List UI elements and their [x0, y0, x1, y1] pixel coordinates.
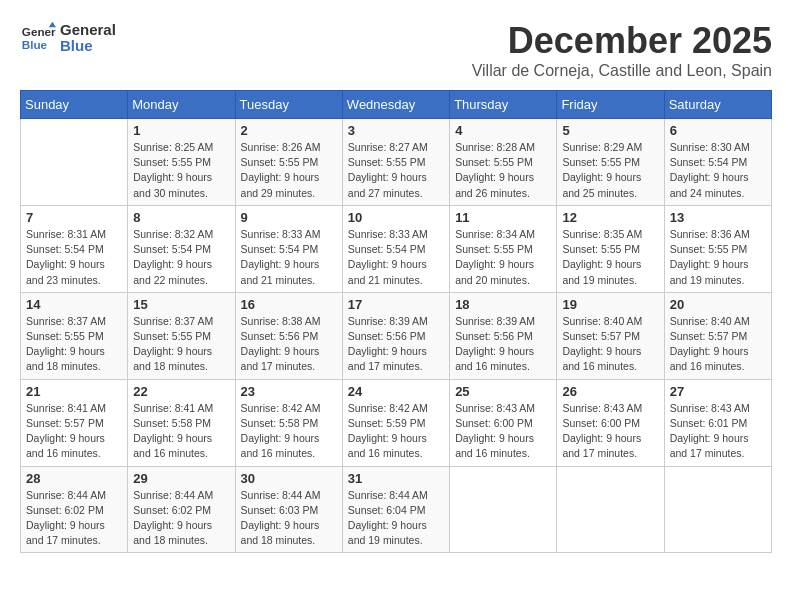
calendar-cell: 27Sunrise: 8:43 AM Sunset: 6:01 PM Dayli… [664, 379, 771, 466]
day-info: Sunrise: 8:44 AM Sunset: 6:02 PM Dayligh… [133, 488, 229, 549]
day-info: Sunrise: 8:31 AM Sunset: 5:54 PM Dayligh… [26, 227, 122, 288]
day-info: Sunrise: 8:43 AM Sunset: 6:00 PM Dayligh… [562, 401, 658, 462]
day-number: 16 [241, 297, 337, 312]
calendar-cell: 13Sunrise: 8:36 AM Sunset: 5:55 PM Dayli… [664, 205, 771, 292]
day-number: 22 [133, 384, 229, 399]
day-info: Sunrise: 8:40 AM Sunset: 5:57 PM Dayligh… [562, 314, 658, 375]
calendar-cell: 5Sunrise: 8:29 AM Sunset: 5:55 PM Daylig… [557, 119, 664, 206]
day-info: Sunrise: 8:33 AM Sunset: 5:54 PM Dayligh… [241, 227, 337, 288]
calendar-cell: 6Sunrise: 8:30 AM Sunset: 5:54 PM Daylig… [664, 119, 771, 206]
day-info: Sunrise: 8:36 AM Sunset: 5:55 PM Dayligh… [670, 227, 766, 288]
day-number: 31 [348, 471, 444, 486]
calendar-cell: 18Sunrise: 8:39 AM Sunset: 5:56 PM Dayli… [450, 292, 557, 379]
day-info: Sunrise: 8:25 AM Sunset: 5:55 PM Dayligh… [133, 140, 229, 201]
calendar-week-row: 1Sunrise: 8:25 AM Sunset: 5:55 PM Daylig… [21, 119, 772, 206]
weekday-header: Thursday [450, 91, 557, 119]
day-number: 24 [348, 384, 444, 399]
weekday-header: Tuesday [235, 91, 342, 119]
calendar-cell: 28Sunrise: 8:44 AM Sunset: 6:02 PM Dayli… [21, 466, 128, 553]
calendar-cell [557, 466, 664, 553]
calendar-cell: 23Sunrise: 8:42 AM Sunset: 5:58 PM Dayli… [235, 379, 342, 466]
logo-line1: General [60, 22, 116, 39]
day-number: 15 [133, 297, 229, 312]
calendar-week-row: 14Sunrise: 8:37 AM Sunset: 5:55 PM Dayli… [21, 292, 772, 379]
day-info: Sunrise: 8:43 AM Sunset: 6:00 PM Dayligh… [455, 401, 551, 462]
calendar-cell: 19Sunrise: 8:40 AM Sunset: 5:57 PM Dayli… [557, 292, 664, 379]
calendar-table: SundayMondayTuesdayWednesdayThursdayFrid… [20, 90, 772, 553]
day-info: Sunrise: 8:28 AM Sunset: 5:55 PM Dayligh… [455, 140, 551, 201]
calendar-cell: 3Sunrise: 8:27 AM Sunset: 5:55 PM Daylig… [342, 119, 449, 206]
day-info: Sunrise: 8:41 AM Sunset: 5:58 PM Dayligh… [133, 401, 229, 462]
day-info: Sunrise: 8:37 AM Sunset: 5:55 PM Dayligh… [133, 314, 229, 375]
day-info: Sunrise: 8:44 AM Sunset: 6:04 PM Dayligh… [348, 488, 444, 549]
day-number: 12 [562, 210, 658, 225]
day-number: 21 [26, 384, 122, 399]
day-info: Sunrise: 8:27 AM Sunset: 5:55 PM Dayligh… [348, 140, 444, 201]
weekday-header: Monday [128, 91, 235, 119]
day-number: 13 [670, 210, 766, 225]
calendar-cell: 11Sunrise: 8:34 AM Sunset: 5:55 PM Dayli… [450, 205, 557, 292]
calendar-cell: 7Sunrise: 8:31 AM Sunset: 5:54 PM Daylig… [21, 205, 128, 292]
calendar-cell: 8Sunrise: 8:32 AM Sunset: 5:54 PM Daylig… [128, 205, 235, 292]
location-title: Villar de Corneja, Castille and Leon, Sp… [472, 62, 772, 80]
calendar-cell: 26Sunrise: 8:43 AM Sunset: 6:00 PM Dayli… [557, 379, 664, 466]
calendar-cell: 25Sunrise: 8:43 AM Sunset: 6:00 PM Dayli… [450, 379, 557, 466]
day-number: 30 [241, 471, 337, 486]
page-header: General Blue General Blue December 2025 … [20, 20, 772, 80]
day-info: Sunrise: 8:32 AM Sunset: 5:54 PM Dayligh… [133, 227, 229, 288]
day-number: 19 [562, 297, 658, 312]
weekday-header: Friday [557, 91, 664, 119]
day-info: Sunrise: 8:44 AM Sunset: 6:03 PM Dayligh… [241, 488, 337, 549]
logo-line2: Blue [60, 38, 116, 55]
calendar-cell: 24Sunrise: 8:42 AM Sunset: 5:59 PM Dayli… [342, 379, 449, 466]
calendar-cell: 1Sunrise: 8:25 AM Sunset: 5:55 PM Daylig… [128, 119, 235, 206]
day-number: 27 [670, 384, 766, 399]
calendar-cell: 21Sunrise: 8:41 AM Sunset: 5:57 PM Dayli… [21, 379, 128, 466]
calendar-cell: 4Sunrise: 8:28 AM Sunset: 5:55 PM Daylig… [450, 119, 557, 206]
day-number: 7 [26, 210, 122, 225]
day-info: Sunrise: 8:37 AM Sunset: 5:55 PM Dayligh… [26, 314, 122, 375]
day-info: Sunrise: 8:38 AM Sunset: 5:56 PM Dayligh… [241, 314, 337, 375]
day-info: Sunrise: 8:39 AM Sunset: 5:56 PM Dayligh… [348, 314, 444, 375]
day-info: Sunrise: 8:33 AM Sunset: 5:54 PM Dayligh… [348, 227, 444, 288]
day-number: 23 [241, 384, 337, 399]
day-number: 5 [562, 123, 658, 138]
calendar-cell: 30Sunrise: 8:44 AM Sunset: 6:03 PM Dayli… [235, 466, 342, 553]
calendar-cell: 12Sunrise: 8:35 AM Sunset: 5:55 PM Dayli… [557, 205, 664, 292]
day-info: Sunrise: 8:42 AM Sunset: 5:58 PM Dayligh… [241, 401, 337, 462]
day-number: 8 [133, 210, 229, 225]
weekday-header: Wednesday [342, 91, 449, 119]
day-info: Sunrise: 8:34 AM Sunset: 5:55 PM Dayligh… [455, 227, 551, 288]
day-info: Sunrise: 8:42 AM Sunset: 5:59 PM Dayligh… [348, 401, 444, 462]
calendar-cell: 16Sunrise: 8:38 AM Sunset: 5:56 PM Dayli… [235, 292, 342, 379]
day-number: 28 [26, 471, 122, 486]
day-number: 26 [562, 384, 658, 399]
calendar-week-row: 28Sunrise: 8:44 AM Sunset: 6:02 PM Dayli… [21, 466, 772, 553]
day-number: 3 [348, 123, 444, 138]
day-number: 29 [133, 471, 229, 486]
logo: General Blue General Blue [20, 20, 116, 56]
day-info: Sunrise: 8:29 AM Sunset: 5:55 PM Dayligh… [562, 140, 658, 201]
day-info: Sunrise: 8:44 AM Sunset: 6:02 PM Dayligh… [26, 488, 122, 549]
calendar-cell: 31Sunrise: 8:44 AM Sunset: 6:04 PM Dayli… [342, 466, 449, 553]
day-number: 11 [455, 210, 551, 225]
day-number: 6 [670, 123, 766, 138]
day-info: Sunrise: 8:43 AM Sunset: 6:01 PM Dayligh… [670, 401, 766, 462]
weekday-header-row: SundayMondayTuesdayWednesdayThursdayFrid… [21, 91, 772, 119]
svg-text:Blue: Blue [22, 38, 48, 51]
day-info: Sunrise: 8:26 AM Sunset: 5:55 PM Dayligh… [241, 140, 337, 201]
calendar-week-row: 21Sunrise: 8:41 AM Sunset: 5:57 PM Dayli… [21, 379, 772, 466]
day-number: 17 [348, 297, 444, 312]
weekday-header: Sunday [21, 91, 128, 119]
day-info: Sunrise: 8:30 AM Sunset: 5:54 PM Dayligh… [670, 140, 766, 201]
calendar-cell: 17Sunrise: 8:39 AM Sunset: 5:56 PM Dayli… [342, 292, 449, 379]
calendar-cell: 10Sunrise: 8:33 AM Sunset: 5:54 PM Dayli… [342, 205, 449, 292]
day-number: 10 [348, 210, 444, 225]
title-block: December 2025 Villar de Corneja, Castill… [472, 20, 772, 80]
calendar-cell: 2Sunrise: 8:26 AM Sunset: 5:55 PM Daylig… [235, 119, 342, 206]
day-number: 20 [670, 297, 766, 312]
calendar-cell: 14Sunrise: 8:37 AM Sunset: 5:55 PM Dayli… [21, 292, 128, 379]
day-number: 9 [241, 210, 337, 225]
calendar-cell: 20Sunrise: 8:40 AM Sunset: 5:57 PM Dayli… [664, 292, 771, 379]
day-info: Sunrise: 8:40 AM Sunset: 5:57 PM Dayligh… [670, 314, 766, 375]
